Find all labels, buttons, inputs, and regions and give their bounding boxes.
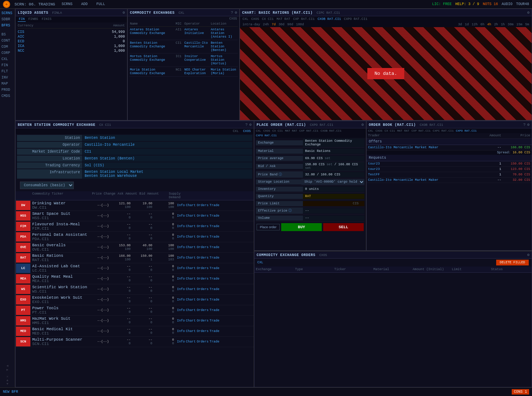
- trade-link[interactable]: Trade: [210, 267, 219, 270]
- ob-tab-cxpo[interactable]: CXPO RAT.CI1: [455, 129, 477, 133]
- info-link[interactable]: Info: [177, 235, 185, 239]
- orders-link[interactable]: Orders: [197, 235, 208, 239]
- chart-gear[interactable]: ⚙: [527, 10, 529, 15]
- ob-help-icon[interactable]: ?: [523, 123, 526, 127]
- trade-link[interactable]: Trade: [210, 340, 219, 344]
- chart-link[interactable]: Chart: [186, 235, 196, 239]
- po-tab-cx[interactable]: CX CI1: [272, 129, 284, 133]
- sidebar-item-cmds[interactable]: CMDS: [0, 93, 15, 99]
- po-tab-mat[interactable]: MAT RAT: [284, 129, 298, 133]
- sidebar-item-sdbr[interactable]: SDBR: [0, 16, 15, 22]
- info-link[interactable]: Info: [177, 246, 185, 249]
- po-tab-cxob[interactable]: CXOB RAT.CI1: [320, 129, 342, 133]
- ticker-badge[interactable]: SCN: [16, 337, 30, 346]
- cx-help-icon[interactable]: ?: [231, 10, 233, 15]
- sidebar-item-map[interactable]: MAP: [0, 81, 15, 87]
- po-tab-cxp[interactable]: CXP RAT.CI1: [299, 129, 319, 133]
- sidebar-item-com[interactable]: COM: [0, 44, 15, 50]
- sidebar-item-cxl[interactable]: CXL: [0, 56, 15, 62]
- ticker-badge[interactable]: MEA: [16, 274, 30, 284]
- chart-time-12h[interactable]: 12h: [470, 22, 478, 27]
- app-logo[interactable]: [3, 1, 10, 8]
- audio-btn[interactable]: AUDIO: [502, 2, 512, 6]
- po-price-limit-input[interactable]: [305, 202, 351, 205]
- chart-time-1h[interactable]: 1h: [500, 22, 506, 27]
- fin-tab-finbs[interactable]: FINBS: [27, 17, 39, 22]
- chart-link[interactable]: Chart: [186, 214, 196, 218]
- trade-link[interactable]: Trade: [210, 214, 219, 218]
- benten-tab-cxos[interactable]: CXOS: [241, 129, 252, 133]
- ceo-gear[interactable]: ⚙: [527, 252, 529, 257]
- chart-link[interactable]: Chart: [186, 308, 196, 312]
- ceo-cxl-tab[interactable]: CXL: [256, 260, 265, 265]
- ticker-badge[interactable]: LC: [16, 264, 30, 273]
- ticker-badge[interactable]: HMS: [16, 316, 30, 325]
- ticker-badge[interactable]: WS: [16, 285, 30, 294]
- po-quantity-input[interactable]: [305, 195, 362, 198]
- sidebar-item-cont[interactable]: CONT: [0, 38, 15, 44]
- ob-tab-cxpc[interactable]: CXPC RAT.CI1: [432, 129, 455, 133]
- tour-btn[interactable]: TOUR48: [516, 2, 529, 6]
- orders-link[interactable]: Orders: [197, 214, 208, 218]
- ticker-badge[interactable]: PDA: [16, 232, 30, 242]
- trade-link[interactable]: Trade: [210, 235, 219, 239]
- mic-value[interactable]: CI1: [83, 149, 252, 155]
- fin-tab-fin[interactable]: FIN: [18, 17, 26, 22]
- ob-gear-icon[interactable]: ⚙: [527, 122, 529, 127]
- ob-tab-cxl[interactable]: CXL: [367, 129, 374, 133]
- nots-count[interactable]: NOTS 16: [483, 2, 498, 6]
- sidebar-item-scrns[interactable]: SCRNS: [0, 10, 15, 16]
- chart-tab-cxob[interactable]: CXOB RAT.CI1: [316, 17, 342, 21]
- info-link[interactable]: Info: [177, 298, 185, 302]
- orders-link[interactable]: Orders: [197, 267, 208, 270]
- chart-link[interactable]: Chart: [186, 246, 196, 249]
- ticker-badge[interactable]: PT: [16, 306, 30, 315]
- orders-link[interactable]: Orders: [197, 340, 208, 344]
- orders-link[interactable]: Orders: [197, 298, 208, 302]
- chart-time-30m[interactable]: 30m: [507, 22, 515, 27]
- orders-link[interactable]: Orders: [197, 225, 208, 228]
- effective-price-info-icon[interactable]: ⓘ: [288, 208, 292, 213]
- chart-link[interactable]: Chart: [186, 298, 196, 302]
- trade-link[interactable]: Trade: [210, 277, 219, 281]
- benten-gear-icon[interactable]: ⚙: [249, 122, 252, 127]
- chart-link[interactable]: Chart: [186, 225, 196, 228]
- chart-link[interactable]: Chart: [186, 288, 196, 291]
- trade-link[interactable]: Trade: [210, 256, 219, 260]
- orders-link[interactable]: Orders: [197, 246, 208, 249]
- sell-button[interactable]: SELL: [323, 223, 364, 231]
- sidebar-item-corp[interactable]: CORP: [0, 50, 15, 56]
- ticker-badge[interactable]: HSS: [16, 211, 30, 221]
- info-link[interactable]: Info: [177, 267, 185, 270]
- chart-time-180d[interactable]: 180d: [295, 22, 305, 27]
- orders-link[interactable]: Orders: [197, 204, 208, 207]
- chart-link[interactable]: Chart: [186, 267, 196, 270]
- currency-value[interactable]: Sol (CIS): [83, 162, 252, 169]
- chart-time-2h[interactable]: 2h: [493, 22, 499, 27]
- cx-gear-icon[interactable]: ⚙: [235, 10, 237, 15]
- chart-tab-cxos[interactable]: CXOS: [250, 17, 260, 21]
- benten-help-icon[interactable]: ?: [245, 123, 248, 127]
- scrns-nav-btn[interactable]: SCRNS: [59, 1, 75, 7]
- delete-filled-button[interactable]: DELETE FILLED: [496, 260, 529, 265]
- ticker-badge[interactable]: OVE: [16, 243, 30, 252]
- info-link[interactable]: Info: [177, 225, 185, 228]
- chart-time-1d[interactable]: 1d: [464, 22, 470, 27]
- chart-time-4h[interactable]: 4h: [486, 22, 492, 27]
- po-tab-cxl[interactable]: CXL: [255, 129, 262, 133]
- info-link[interactable]: Info: [177, 204, 185, 207]
- ob-tab-mat[interactable]: MAT RAT: [396, 129, 410, 133]
- trade-link[interactable]: Trade: [210, 246, 219, 249]
- ticker-badge[interactable]: EXO: [16, 295, 30, 305]
- infra-link-2[interactable]: Benten Station Warehouse: [85, 174, 250, 178]
- place-order-gear[interactable]: ⚙: [361, 122, 364, 127]
- sidebar-item-bs[interactable]: BS: [0, 31, 15, 38]
- chart-time-6h[interactable]: 6h: [480, 22, 486, 27]
- ticker-badge[interactable]: DW: [16, 201, 30, 210]
- infra-link-1[interactable]: Benten Station Local Market: [85, 170, 250, 174]
- info-link[interactable]: Info: [177, 214, 185, 218]
- chart-link[interactable]: Chart: [186, 277, 196, 281]
- station-value[interactable]: Benten Station: [83, 135, 252, 141]
- sidebar-item-inv[interactable]: INV: [0, 74, 15, 81]
- info-link[interactable]: Info: [177, 256, 185, 260]
